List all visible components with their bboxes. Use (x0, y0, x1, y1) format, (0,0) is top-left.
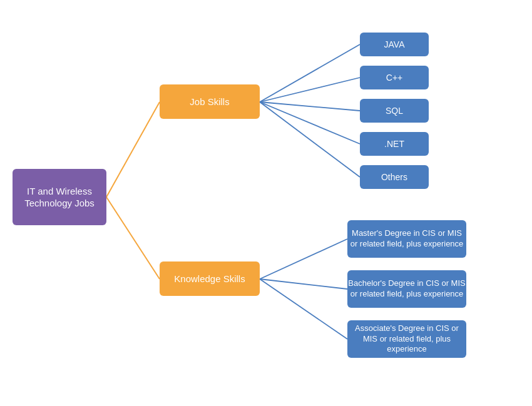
others-node: Others (360, 165, 429, 189)
cpp-node: C++ (360, 66, 429, 89)
associates-node: Associate's Degree in CIS or MIS or rela… (347, 320, 466, 358)
svg-line-9 (260, 279, 347, 339)
svg-line-2 (260, 44, 360, 102)
svg-line-8 (260, 279, 347, 289)
job-skills-label: Job Skills (190, 96, 229, 108)
mind-map-diagram: IT and Wireless Technology Jobs Job Skil… (0, 0, 532, 406)
bachelors-node: Bachelor's Degree in CIS or MIS or relat… (347, 270, 466, 308)
knowledge-skills-label: Knowledge Skills (174, 273, 245, 285)
masters-node: Master's Degree in CIS or MIS or related… (347, 220, 466, 258)
svg-line-3 (260, 78, 360, 102)
svg-line-6 (260, 102, 360, 177)
root-label: IT and Wireless Technology Jobs (13, 185, 106, 210)
dotnet-node: .NET (360, 132, 429, 156)
svg-line-5 (260, 102, 360, 144)
svg-line-1 (106, 197, 160, 279)
java-node: JAVA (360, 33, 429, 56)
job-skills-node: Job Skills (160, 84, 260, 119)
svg-line-7 (260, 239, 347, 279)
svg-line-0 (106, 102, 160, 197)
knowledge-skills-node: Knowledge Skills (160, 261, 260, 296)
svg-line-4 (260, 102, 360, 111)
sql-node: SQL (360, 99, 429, 123)
root-node: IT and Wireless Technology Jobs (13, 169, 106, 225)
